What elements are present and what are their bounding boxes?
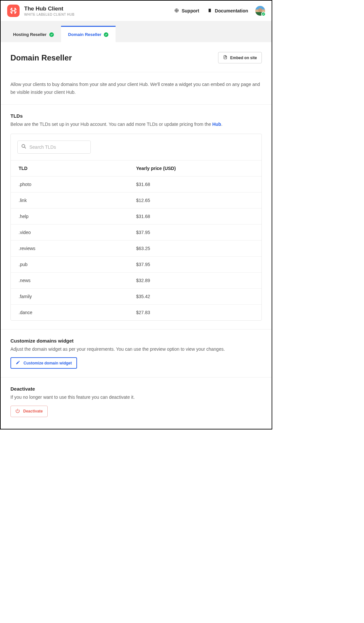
- deactivate-subtitle: If you no longer want to use this featur…: [10, 394, 262, 401]
- customize-title: Customize domains widget: [10, 338, 262, 344]
- price-cell: $31.68: [136, 182, 254, 187]
- customize-btn-label: Customize domain widget: [24, 361, 72, 365]
- online-status-badge: [261, 12, 266, 16]
- table-row: .photo$31.68: [11, 176, 261, 192]
- table-row: .family$35.42: [11, 288, 261, 304]
- svg-point-7: [22, 144, 25, 147]
- tld-table-body[interactable]: .photo$31.68.link$12.65.help$31.68.video…: [11, 176, 261, 320]
- embed-icon: [223, 55, 228, 60]
- tld-cell: .family: [19, 294, 136, 299]
- col-tld: TLD: [19, 166, 136, 171]
- deactivate-button[interactable]: Deactivate: [10, 406, 48, 417]
- search-input[interactable]: [29, 144, 87, 150]
- price-cell: $35.42: [136, 294, 254, 299]
- price-cell: $27.83: [136, 310, 254, 315]
- tld-cell: .reviews: [19, 246, 136, 251]
- search-icon: [21, 143, 27, 151]
- support-link[interactable]: Support: [174, 8, 199, 14]
- table-row: .help$31.68: [11, 208, 261, 224]
- tab-hosting-label: Hosting Reseller: [13, 32, 47, 37]
- brand-subtitle: WHITE LABELED CLIENT HUB: [24, 13, 74, 16]
- tab-domain-label: Domain Reseller: [68, 32, 102, 37]
- user-avatar[interactable]: [255, 6, 265, 16]
- price-cell: $37.95: [136, 230, 254, 235]
- support-label: Support: [182, 8, 199, 13]
- customize-widget-button[interactable]: Customize domain widget: [10, 357, 77, 369]
- hub-link[interactable]: Hub: [212, 122, 221, 127]
- deactivate-title: Deactivate: [10, 386, 262, 392]
- tld-cell: .help: [19, 214, 136, 219]
- svg-line-8: [24, 147, 26, 148]
- documentation-label: Documentation: [215, 8, 248, 13]
- col-price: Yearly price (USD): [136, 166, 254, 171]
- price-cell: $32.89: [136, 278, 254, 283]
- table-row: .link$12.65: [11, 192, 261, 208]
- book-icon: [208, 8, 212, 14]
- tld-cell: .pub: [19, 262, 136, 267]
- tld-cell: .dance: [19, 310, 136, 315]
- table-row: .video$37.95: [11, 224, 261, 240]
- tld-cell: .video: [19, 230, 136, 235]
- check-icon: [49, 32, 54, 37]
- app-header: The Hub Client WHITE LABELED CLIENT HUB …: [1, 1, 272, 21]
- tld-cell: .photo: [19, 182, 136, 187]
- brand-block: The Hub Client WHITE LABELED CLIENT HUB: [24, 6, 74, 16]
- svg-rect-6: [209, 8, 211, 12]
- reseller-tabs: Hosting Reseller Domain Reseller: [1, 21, 272, 42]
- price-cell: $63.25: [136, 246, 254, 251]
- price-cell: $37.95: [136, 262, 254, 267]
- tab-domain-reseller[interactable]: Domain Reseller: [61, 26, 116, 42]
- search-box[interactable]: [17, 141, 91, 154]
- table-row: .dance$27.83: [11, 304, 261, 320]
- tab-hosting-reseller[interactable]: Hosting Reseller: [6, 27, 61, 42]
- deactivate-btn-label: Deactivate: [23, 409, 43, 413]
- tlds-section: TLDs Below are the TLDs set up in your H…: [1, 104, 272, 329]
- price-cell: $31.68: [136, 214, 254, 219]
- embed-on-site-button[interactable]: Embed on site: [218, 52, 262, 63]
- tld-cell: .link: [19, 198, 136, 203]
- tld-cell: .news: [19, 278, 136, 283]
- tld-table-header: TLD Yearly price (USD): [11, 160, 261, 176]
- table-row: .news$32.89: [11, 272, 261, 288]
- pencil-icon: [16, 360, 20, 366]
- check-icon: [104, 32, 108, 37]
- tlds-subtitle-text: Below are the TLDs set up in your Hub ac…: [10, 122, 212, 127]
- power-icon: [15, 409, 20, 414]
- support-icon: [174, 8, 179, 14]
- tlds-title: TLDs: [10, 113, 262, 119]
- embed-label: Embed on site: [230, 56, 257, 60]
- page-body: Hosting Reseller Domain Reseller Domain …: [1, 21, 272, 429]
- deactivate-section: Deactivate If you no longer want to use …: [1, 377, 272, 428]
- table-row: .reviews$63.25: [11, 240, 261, 256]
- page-title: Domain Reseller: [10, 53, 72, 62]
- documentation-link[interactable]: Documentation: [208, 8, 248, 14]
- main-panel: Domain Reseller Embed on site Allow your…: [1, 42, 272, 428]
- app-logo: [7, 5, 20, 17]
- brand-title: The Hub Client: [24, 6, 74, 12]
- customize-section: Customize domains widget Adjust the doma…: [1, 329, 272, 377]
- customize-subtitle: Adjust the domain widget as per your req…: [10, 345, 262, 353]
- svg-point-1: [176, 10, 178, 11]
- table-row: .pub$37.95: [11, 256, 261, 272]
- tld-card: TLD Yearly price (USD) .photo$31.68.link…: [10, 134, 262, 321]
- page-description: Allow your clients to buy domains from y…: [10, 81, 262, 96]
- price-cell: $12.65: [136, 198, 254, 203]
- tlds-subtitle: Below are the TLDs set up in your Hub ac…: [10, 121, 262, 128]
